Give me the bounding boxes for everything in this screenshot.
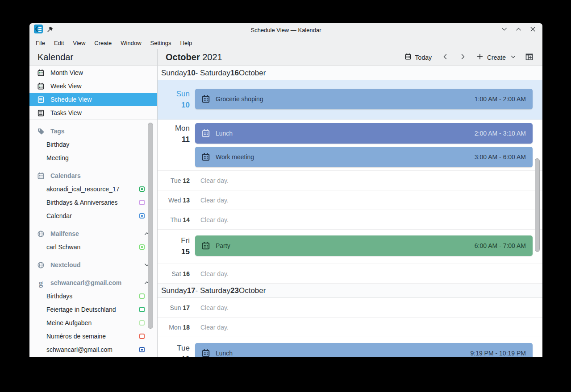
- event-grocerie-shoping[interactable]: Grocerie shoping1:00 AM - 2:00 AM: [195, 89, 533, 109]
- day-row-mon-11[interactable]: Mon11 Lunch2:00 AM - 3:10 AM Work meetin…: [158, 120, 542, 171]
- calendar-item-label: akonadi_ical_resource_17: [46, 186, 119, 193]
- events-column: Lunch2:00 AM - 3:10 AM Work meeting3:00 …: [195, 123, 533, 167]
- pin-icon[interactable]: [47, 26, 54, 34]
- calendar-item-birthdays-anniversaries[interactable]: Birthdays & Anniversaries: [29, 196, 157, 209]
- menu-item-settings[interactable]: Settings: [146, 38, 176, 48]
- day-row-tue-12[interactable]: Tue 12Clear day.: [158, 171, 542, 190]
- next-button[interactable]: [454, 51, 472, 64]
- calendar-item-birthdays[interactable]: Birthdays: [29, 289, 157, 303]
- calendar-checkbox[interactable]: [139, 334, 145, 339]
- titlebar[interactable]: Schedule View — Kalendar: [29, 23, 542, 37]
- event-title: Work meeting: [216, 153, 254, 161]
- event-calendar-icon: [201, 349, 210, 357]
- section-header-mailfense[interactable]: Mailfense: [29, 227, 157, 240]
- sidebar-item-month-view[interactable]: Month View: [29, 66, 157, 79]
- calendar-checkbox[interactable]: [139, 320, 145, 326]
- divider: [29, 120, 157, 120]
- calendar-item-label: Calendar: [46, 212, 72, 219]
- event-lunch[interactable]: Lunch9:19 PM - 10:19 PM: [195, 343, 533, 357]
- day-name: Tue: [171, 177, 183, 184]
- globe-icon: [37, 230, 45, 238]
- menu-item-create[interactable]: Create: [90, 38, 116, 48]
- calendar-checkbox[interactable]: [139, 244, 145, 250]
- today-button[interactable]: Today: [400, 51, 436, 64]
- sidebar-item-schedule-view[interactable]: Schedule View: [29, 93, 157, 106]
- section-tags: TagsBirthdayMeeting: [29, 124, 157, 165]
- calendar-item-feiertage-in-deutschland[interactable]: Feiertage in Deutschland: [29, 303, 157, 316]
- calendar-checkbox[interactable]: [139, 213, 145, 219]
- maximize-button[interactable]: [515, 26, 522, 34]
- calendar-icon: [404, 53, 412, 62]
- day-row-thu-14[interactable]: Thu 14Clear day.: [158, 210, 542, 230]
- clear-day-text: Clear day.: [195, 216, 229, 223]
- google-icon: g: [37, 279, 45, 287]
- calendar-sections: TagsBirthdayMeeting Calendarsakonadi_ica…: [29, 124, 157, 356]
- calendar-item-num-ros-de-semaine[interactable]: Numéros de semaine: [29, 330, 157, 343]
- add-panel-button[interactable]: [521, 50, 538, 65]
- section-header-gmail[interactable]: gschwancarl@gmail.com: [29, 276, 157, 289]
- sidebar-item-week-view[interactable]: Week View: [29, 79, 157, 93]
- day-name: Sat: [172, 270, 183, 277]
- calendar-item-label: Numéros de semaine: [46, 333, 106, 340]
- today-label: Today: [415, 54, 432, 61]
- day-row-sun-10[interactable]: Sun10 Grocerie shoping1:00 AM - 2:00 AM: [158, 80, 542, 120]
- plus-icon: [476, 53, 483, 62]
- previous-button[interactable]: [436, 51, 454, 64]
- minimize-button[interactable]: [501, 26, 508, 34]
- section-label: Calendars: [50, 172, 81, 179]
- calendar-item-akonadi-ical-resource-17[interactable]: akonadi_ical_resource_17: [29, 182, 157, 196]
- day-row-mon-18[interactable]: Mon 18Clear day.: [158, 318, 542, 337]
- day-row-sat-16[interactable]: Sat 16Clear day.: [158, 264, 542, 284]
- day-row-wed-13[interactable]: Wed 13Clear day.: [158, 190, 542, 210]
- calendar-item-calendar[interactable]: Calendar: [29, 209, 157, 223]
- day-row-fri-15[interactable]: Fri15 Party6:00 AM - 7:00 AM: [158, 230, 542, 264]
- calendar-checkbox[interactable]: [139, 186, 145, 192]
- menu-item-window[interactable]: Window: [116, 38, 146, 48]
- menu-item-help[interactable]: Help: [176, 38, 197, 48]
- week-header: Sunday 10 - Saturday 16 October: [158, 66, 542, 80]
- event-party[interactable]: Party6:00 AM - 7:00 AM: [195, 235, 533, 256]
- clear-day-text: Clear day.: [195, 270, 229, 277]
- section-header-nextcloud[interactable]: Nextcloud: [29, 258, 157, 272]
- week-header-text: - Saturday: [196, 286, 230, 295]
- day-row-tue-19[interactable]: Tue19 Lunch9:19 PM - 10:19 PM: [158, 337, 542, 357]
- event-work-meeting[interactable]: Work meeting3:00 AM - 6:00 AM: [195, 147, 533, 167]
- event-lunch[interactable]: Lunch2:00 AM - 3:10 AM: [195, 123, 533, 144]
- day-number: 17: [183, 304, 190, 311]
- day-row-sun-17[interactable]: Sun 17Clear day.: [158, 298, 542, 318]
- sidebar-item-tasks-view[interactable]: Tasks View: [29, 106, 157, 120]
- section-label: Nextcloud: [50, 261, 81, 268]
- calendar-checkbox[interactable]: [139, 347, 145, 352]
- calendar-item-label: carl Schwan: [46, 243, 80, 251]
- app-icon: [34, 25, 43, 35]
- section-header-calendars[interactable]: Calendars: [29, 169, 157, 182]
- calendar-checkbox[interactable]: [139, 293, 145, 299]
- calendar-checkbox[interactable]: [139, 200, 145, 205]
- calendar-item-schwancarl-gmail-com[interactable]: schwancarl@gmail.com: [29, 343, 157, 356]
- events-column: Lunch9:19 PM - 10:19 PM: [195, 343, 533, 357]
- section-header-tags[interactable]: Tags: [29, 124, 157, 138]
- sidebar-scrollbar[interactable]: [148, 123, 153, 329]
- calendar-item-meeting[interactable]: Meeting: [29, 151, 157, 165]
- calendar-item-birthday[interactable]: Birthday: [29, 138, 157, 151]
- menubar: FileEditViewCreateWindowSettingsHelp: [29, 37, 542, 49]
- calendar-checkbox[interactable]: [139, 307, 145, 312]
- clear-day-text: Clear day.: [195, 197, 229, 204]
- menu-item-edit[interactable]: Edit: [50, 38, 68, 48]
- create-button[interactable]: Create: [472, 51, 521, 64]
- view-list: Month View Week View Schedule View Tasks…: [29, 66, 157, 120]
- event-title: Lunch: [216, 350, 233, 357]
- section-label: Tags: [50, 128, 65, 135]
- close-button[interactable]: [529, 26, 536, 34]
- menu-item-file[interactable]: File: [31, 38, 50, 48]
- calendar-item-label: Birthday: [46, 141, 69, 148]
- main-scrollbar[interactable]: [535, 158, 540, 252]
- day-number: 19: [158, 354, 190, 357]
- toolbar: Today Create: [400, 50, 538, 65]
- section-label: Mailfense: [50, 230, 79, 237]
- event-title: Grocerie shoping: [216, 95, 263, 103]
- section-mailfense: Mailfensecarl Schwan: [29, 227, 157, 254]
- calendar-item-carl-schwan[interactable]: carl Schwan: [29, 240, 157, 254]
- calendar-item-meine-aufgaben[interactable]: Meine Aufgaben: [29, 316, 157, 330]
- menu-item-view[interactable]: View: [68, 38, 90, 48]
